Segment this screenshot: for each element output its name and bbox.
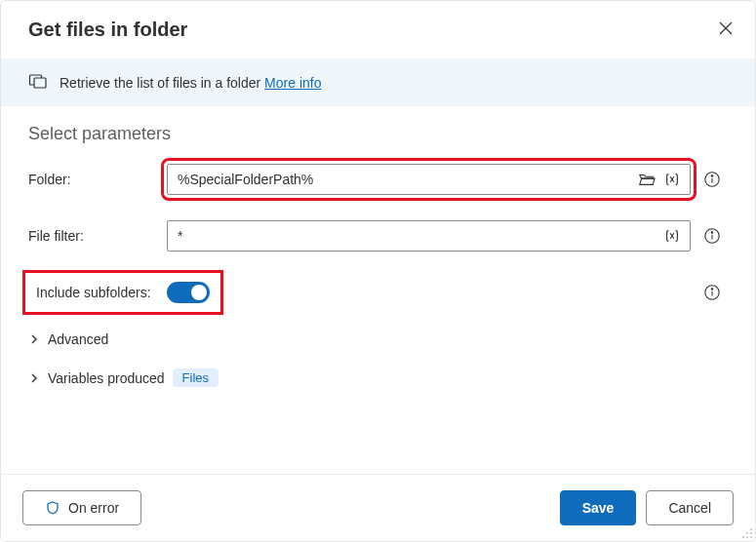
section-title: Select parameters — [28, 124, 728, 144]
resize-grip-icon[interactable] — [741, 527, 753, 539]
variables-expander[interactable]: Variables produced Files — [28, 368, 728, 387]
more-info-link[interactable]: More info — [264, 75, 321, 91]
folder-open-icon — [638, 171, 656, 188]
variable-picker-button[interactable] — [662, 170, 682, 189]
close-icon — [718, 20, 734, 36]
info-icon — [703, 227, 721, 245]
folder-files-icon — [28, 71, 48, 94]
dialog-title: Get files in folder — [28, 19, 187, 41]
browse-folder-button[interactable] — [637, 170, 657, 189]
variable-icon — [663, 227, 681, 245]
svg-point-11 — [750, 536, 752, 538]
include-subfolders-label: Include subfolders: — [36, 285, 151, 300]
folder-input[interactable] — [176, 171, 631, 188]
variable-chip[interactable]: Files — [173, 368, 219, 387]
svg-point-7 — [711, 232, 712, 233]
include-subfolders-toggle[interactable] — [167, 282, 210, 303]
info-icon — [703, 284, 721, 301]
folder-input-wrap[interactable] — [167, 164, 691, 195]
svg-point-14 — [742, 536, 744, 538]
info-bar: Retrieve the list of files in a folder M… — [1, 58, 755, 106]
folder-label: Folder: — [28, 172, 167, 187]
file-filter-label: File filter: — [28, 228, 167, 244]
folder-info-button[interactable] — [696, 171, 728, 188]
advanced-expander[interactable]: Advanced — [28, 331, 728, 347]
svg-point-15 — [746, 532, 748, 534]
svg-point-16 — [750, 528, 752, 530]
advanced-label: Advanced — [48, 331, 108, 347]
svg-point-4 — [711, 175, 712, 176]
cancel-button[interactable]: Cancel — [646, 490, 734, 525]
info-text: Retrieve the list of files in a folder M… — [60, 75, 321, 91]
on-error-button[interactable]: On error — [22, 490, 141, 525]
file-filter-info-button[interactable] — [696, 227, 728, 245]
svg-point-10 — [711, 289, 712, 290]
shield-icon — [45, 500, 60, 516]
svg-point-12 — [746, 536, 748, 538]
close-button[interactable] — [718, 20, 734, 39]
info-icon — [703, 171, 721, 188]
include-subfolders-info-button[interactable] — [696, 284, 728, 301]
on-error-label: On error — [68, 500, 119, 516]
chevron-right-icon — [28, 372, 40, 384]
svg-point-13 — [750, 532, 752, 534]
file-filter-input-wrap[interactable] — [167, 220, 691, 252]
variable-picker-button[interactable] — [662, 226, 682, 246]
svg-rect-1 — [34, 78, 46, 88]
info-text-content: Retrieve the list of files in a folder — [60, 75, 264, 91]
save-button[interactable]: Save — [560, 490, 637, 525]
variables-label: Variables produced — [48, 370, 165, 386]
variable-icon — [663, 171, 681, 188]
file-filter-input[interactable] — [176, 227, 657, 245]
chevron-right-icon — [28, 333, 40, 345]
